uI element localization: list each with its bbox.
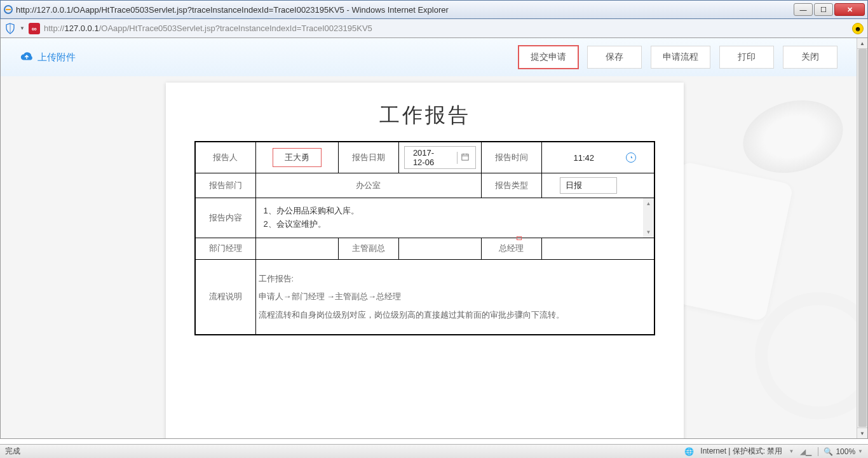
report-type-cell: 日报 bbox=[541, 173, 654, 198]
report-type-select[interactable]: 日报 bbox=[560, 177, 617, 194]
address-bar: ▼ ∞ http://127.0.0.1/OAapp/HtTrace0503Se… bbox=[0, 19, 868, 38]
reporter-label: 报告人 bbox=[195, 142, 255, 173]
maximize-button[interactable] bbox=[814, 3, 833, 16]
table-row: 报告人 王大勇 报告日期 2017-12-06 报告时间 bbox=[195, 142, 654, 173]
table-row: 报告内容 1、办公用品采购和入库。 2、会议室维护。 ▲ ▼ bbox=[195, 198, 654, 238]
reporter-cell: 王大勇 bbox=[255, 142, 338, 173]
table-row: 部门经理 主管副总 总经理 bbox=[195, 238, 654, 259]
content-scrollbar[interactable]: ▲ ▼ bbox=[643, 198, 654, 238]
url-input[interactable]: http://127.0.0.1/OAapp/HtTrace0503Servle… bbox=[44, 24, 848, 33]
content-scroll-up[interactable]: ▲ bbox=[643, 198, 654, 209]
report-time-input[interactable]: 11:42 bbox=[557, 152, 639, 163]
print-button[interactable]: 打印 bbox=[719, 46, 774, 69]
cloud-upload-icon bbox=[20, 52, 34, 62]
bg-decor-plate bbox=[755, 292, 857, 419]
svg-rect-1 bbox=[461, 154, 468, 159]
general-manager-label: 总经理 bbox=[481, 238, 541, 259]
scroll-up-arrow[interactable]: ▲ bbox=[857, 38, 867, 49]
upload-label: 上传附件 bbox=[37, 51, 76, 64]
date-value: 2017-12-06 bbox=[410, 148, 438, 167]
dept-manager-value bbox=[255, 238, 338, 259]
submit-button[interactable]: 提交申请 bbox=[519, 46, 578, 69]
flow-line: 工作报告: bbox=[259, 270, 652, 288]
report-form-table: 报告人 王大勇 报告日期 2017-12-06 报告时间 bbox=[194, 141, 655, 335]
form-title: 工作报告 bbox=[194, 102, 655, 130]
page-body: 工作报告 报告人 王大勇 报告日期 2017-12-06 bbox=[1, 76, 857, 438]
minimize-button[interactable] bbox=[794, 3, 813, 16]
ie-icon bbox=[3, 4, 13, 15]
vice-manager-label: 主管副总 bbox=[338, 238, 398, 259]
blocked-icon: ∞ bbox=[29, 23, 40, 34]
close-window-button[interactable] bbox=[834, 3, 865, 16]
content-label: 报告内容 bbox=[195, 198, 255, 238]
table-row: 流程说明 工作报告: 申请人→部门经理 →主管副总→总经理 流程流转和自身岗位级… bbox=[195, 259, 654, 335]
browser-viewport: ▲ ▼ 上传附件 提交申请 保存 申请流程 打印 关闭 工作报告 报告人 bbox=[0, 38, 868, 439]
dept-manager-label: 部门经理 bbox=[195, 238, 255, 259]
report-time-cell: 11:42 bbox=[541, 142, 654, 173]
clock-icon[interactable] bbox=[626, 152, 636, 163]
smiley-icon[interactable]: ☻ bbox=[852, 23, 864, 34]
content-cell: 1、办公用品采购和入库。 2、会议室维护。 ▲ ▼ bbox=[255, 198, 654, 238]
report-date-label: 报告日期 bbox=[338, 142, 398, 173]
content-line: 1、办公用品采购和入库。 bbox=[264, 205, 647, 218]
report-date-cell: 2017-12-06 bbox=[398, 142, 481, 173]
flow-line: 申请人→部门经理 →主管副总→总经理 bbox=[259, 288, 652, 306]
upload-attachment-link[interactable]: 上传附件 bbox=[20, 51, 76, 64]
flow-line: 流程流转和自身岗位级别对应，岗位级别高的直接越过其前面的审批步骤向下流转。 bbox=[259, 306, 652, 325]
flow-desc-cell: 工作报告: 申请人→部门经理 →主管副总→总经理 流程流转和自身岗位级别对应，岗… bbox=[255, 259, 654, 335]
content-line: 2、会议室维护。 bbox=[264, 218, 647, 231]
content-textarea[interactable]: 1、办公用品采购和入库。 2、会议室维护。 bbox=[256, 198, 654, 238]
page-toolbar: 上传附件 提交申请 保存 申请流程 打印 关闭 bbox=[1, 38, 857, 76]
time-value: 11:42 bbox=[573, 153, 594, 163]
general-manager-value bbox=[541, 238, 654, 259]
form-paper: 工作报告 报告人 王大勇 报告日期 2017-12-06 bbox=[166, 83, 684, 438]
report-type-label: 报告类型 bbox=[481, 173, 541, 198]
window-title: http://127.0.0.1/OAapp/HtTrace0503Servle… bbox=[16, 5, 794, 15]
table-row: 报告部门 办公室 报告类型 日报 bbox=[195, 173, 654, 198]
scroll-thumb[interactable] bbox=[858, 49, 867, 427]
shield-icon[interactable] bbox=[4, 23, 16, 34]
reporter-value[interactable]: 王大勇 bbox=[273, 148, 322, 167]
vertical-scrollbar[interactable]: ▲ ▼ bbox=[857, 38, 867, 438]
scroll-down-arrow[interactable]: ▼ bbox=[857, 428, 867, 438]
dropdown-icon[interactable]: ▼ bbox=[20, 25, 25, 31]
content-scroll-down[interactable]: ▼ bbox=[643, 227, 654, 238]
vice-manager-value bbox=[398, 238, 481, 259]
department-label: 报告部门 bbox=[195, 173, 255, 198]
text-cursor-marker bbox=[517, 236, 522, 240]
department-value: 办公室 bbox=[255, 173, 481, 198]
close-button[interactable]: 关闭 bbox=[783, 46, 837, 69]
calendar-icon[interactable] bbox=[457, 152, 473, 164]
report-time-label: 报告时间 bbox=[481, 142, 541, 173]
bg-decor-mouse bbox=[735, 90, 851, 184]
flow-desc-label: 流程说明 bbox=[195, 259, 255, 335]
apply-flow-button[interactable]: 申请流程 bbox=[651, 46, 710, 69]
report-date-input[interactable]: 2017-12-06 bbox=[404, 146, 476, 169]
save-button[interactable]: 保存 bbox=[587, 46, 642, 69]
window-titlebar: http://127.0.0.1/OAapp/HtTrace0503Servle… bbox=[0, 0, 868, 19]
